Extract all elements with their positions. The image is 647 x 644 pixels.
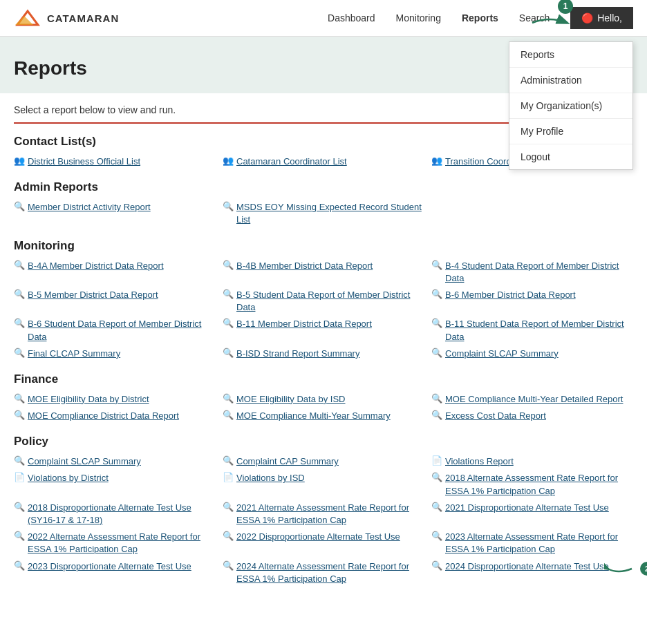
list-item: 🔍 B-4B Member District Data Report: [223, 260, 424, 285]
list-item: 🔍 B-4A Member District Data Report: [14, 260, 216, 285]
mon-link-1[interactable]: B-4B Member District Data Report: [236, 260, 373, 272]
pol-link-10[interactable]: 2022 Disproportionate Alternate Test Use: [236, 531, 400, 543]
list-item: 📄 Violations by ISD: [223, 472, 424, 497]
dropdown-administration[interactable]: Administration: [509, 68, 632, 93]
contact-link-1[interactable]: Catamaran Coordinator List: [236, 155, 347, 168]
section-admin: Admin Reports 🔍 Member District Activity…: [14, 180, 633, 226]
mon-icon-11: 🔍: [431, 348, 442, 358]
pol-icon-12: 🔍: [14, 560, 25, 571]
pol-icon-4: 📄: [223, 472, 234, 482]
mon-link-0[interactable]: B-4A Member District Data Report: [28, 260, 164, 272]
finance-grid: 🔍 MOE Eligibility Data by District 🔍 MOE…: [14, 393, 633, 422]
mon-icon-3: 🔍: [14, 289, 25, 299]
logo-text: CATAMARAN: [47, 12, 119, 24]
list-item: 🔍 B-11 Student Data Report of Member Dis…: [431, 318, 633, 343]
list-item: 🔍 B-6 Student Data Report of Member Dist…: [14, 318, 216, 343]
fin-icon-3: 🔍: [14, 410, 25, 420]
mon-link-3[interactable]: B-5 Member District Data Report: [28, 289, 158, 301]
dropdown-my-profile[interactable]: My Profile: [509, 119, 632, 144]
list-item: 🔍 2023 Alternate Assessment Rate Report …: [431, 531, 633, 556]
pol-link-13[interactable]: 2024 Alternate Assessment Rate Report fo…: [236, 560, 424, 585]
fin-link-2[interactable]: MOE Compliance Multi-Year Detailed Repor…: [445, 393, 623, 406]
pol-link-12[interactable]: 2023 Disproportionate Alternate Test Use: [28, 560, 191, 573]
mon-link-5[interactable]: B-6 Member District Data Report: [445, 289, 576, 301]
mon-link-8[interactable]: B-11 Student Data Report of Member Distr…: [445, 318, 633, 343]
mon-icon-1: 🔍: [223, 260, 234, 270]
pol-icon-7: 🔍: [223, 502, 234, 512]
arrow-2-icon: [604, 560, 639, 578]
mon-link-7[interactable]: B-11 Member District Data Report: [236, 318, 372, 330]
contact-icon-0: 👥: [14, 155, 25, 166]
dropdown-reports[interactable]: Reports: [509, 42, 632, 68]
fin-icon-4: 🔍: [223, 410, 234, 420]
pol-link-5[interactable]: 2018 Alternate Assessment Rate Report fo…: [445, 472, 633, 497]
nav-reports[interactable]: Reports: [462, 12, 498, 23]
mon-icon-4: 🔍: [223, 289, 234, 299]
fin-link-5[interactable]: Excess Cost Data Report: [445, 410, 546, 422]
dropdown-my-organization[interactable]: My Organization(s): [509, 93, 632, 119]
pol-link-3[interactable]: Violations by District: [28, 472, 109, 484]
list-item: 🔍 Final CLCAP Summary: [14, 348, 216, 360]
pol-icon-5: 🔍: [431, 472, 442, 482]
pol-icon-11: 🔍: [431, 531, 442, 541]
pol-link-11[interactable]: 2023 Alternate Assessment Rate Report fo…: [445, 531, 633, 556]
pol-link-8[interactable]: 2021 Disproportionate Alternate Test Use: [445, 502, 609, 514]
list-item: 🔍 B-5 Member District Data Report: [14, 289, 216, 314]
pol-link-4[interactable]: Violations by ISD: [236, 472, 305, 484]
mon-icon-5: 🔍: [431, 289, 442, 299]
admin-link-1[interactable]: MSDS EOY Missing Expected Record Student…: [236, 201, 424, 226]
list-item: 🔍 2018 Disproportionate Alternate Test U…: [14, 502, 216, 527]
hello-container: 1 🔴 Hello, Reports Administration My Org…: [570, 7, 633, 29]
mon-link-2[interactable]: B-4 Student Data Report of Member Distri…: [445, 260, 633, 285]
pol-icon-2: 📄: [431, 455, 442, 466]
pol-icon-0: 🔍: [14, 455, 25, 466]
list-item: 👥 District Business Official List: [14, 155, 216, 168]
mon-link-10[interactable]: B-ISD Strand Report Summary: [236, 348, 359, 360]
pol-icon-1: 🔍: [223, 455, 234, 466]
mon-link-6[interactable]: B-6 Student Data Report of Member Distri…: [28, 318, 216, 343]
pol-link-0[interactable]: Complaint SLCAP Summary: [28, 455, 141, 468]
monitoring-grid: 🔍 B-4A Member District Data Report 🔍 B-4…: [14, 260, 633, 360]
pol-link-14[interactable]: 2024 Disproportionate Alternate Test Use: [445, 560, 609, 573]
pol-link-9[interactable]: 2022 Alternate Assessment Rate Report fo…: [28, 531, 216, 556]
mon-link-11[interactable]: Complaint SLCAP Summary: [445, 348, 559, 360]
admin-link-0[interactable]: Member District Activity Report: [28, 201, 151, 214]
pol-link-7[interactable]: 2021 Alternate Assessment Rate Report fo…: [236, 502, 424, 527]
list-item: 🔍 B-6 Member District Data Report: [431, 289, 633, 314]
fin-icon-5: 🔍: [431, 410, 442, 420]
section-admin-title: Admin Reports: [14, 180, 633, 194]
list-item: 🔍 Complaint CAP Summary: [223, 455, 424, 468]
pol-icon-10: 🔍: [223, 531, 234, 541]
pol-icon-13: 🔍: [223, 560, 234, 571]
nav-dashboard[interactable]: Dashboard: [328, 12, 375, 23]
mon-icon-6: 🔍: [14, 318, 25, 328]
list-item: 👥 Catamaran Coordinator List: [223, 155, 424, 168]
contact-link-0[interactable]: District Business Official List: [28, 155, 140, 168]
pol-link-2[interactable]: Violations Report: [445, 455, 514, 468]
mon-icon-2: 🔍: [431, 260, 442, 270]
list-item: 🔍 MOE Compliance Multi-Year Detailed Rep…: [431, 393, 633, 406]
mon-link-9[interactable]: Final CLCAP Summary: [28, 348, 120, 360]
main-content: Contact List(s) 👥 District Business Offi…: [0, 124, 647, 609]
fin-link-4[interactable]: MOE Compliance Multi-Year Summary: [236, 410, 391, 422]
nav-monitoring[interactable]: Monitoring: [396, 12, 441, 23]
dropdown-logout[interactable]: Logout: [509, 144, 632, 169]
arrow2-annotation: 2: [604, 560, 647, 578]
hello-button[interactable]: 🔴 Hello,: [570, 7, 633, 29]
fin-icon-1: 🔍: [223, 393, 234, 404]
mon-icon-7: 🔍: [223, 318, 234, 328]
admin-icon-1: 🔍: [223, 201, 234, 211]
header: CATAMARAN Dashboard Monitoring Reports S…: [0, 0, 647, 37]
mon-icon-8: 🔍: [431, 318, 442, 328]
list-item: 🔍 MOE Eligibility Data by ISD: [223, 393, 424, 406]
fin-link-3[interactable]: MOE Compliance District Data Report: [28, 410, 179, 422]
fin-link-0[interactable]: MOE Eligibility Data by District: [28, 393, 149, 406]
pol-link-1[interactable]: Complaint CAP Summary: [236, 455, 339, 468]
pol-link-6[interactable]: 2018 Disproportionate Alternate Test Use…: [28, 502, 216, 527]
mon-link-4[interactable]: B-5 Student Data Report of Member Distri…: [236, 289, 424, 314]
fin-link-1[interactable]: MOE Eligibility Data by ISD: [236, 393, 346, 406]
pol-icon-14: 🔍: [431, 560, 442, 571]
catamaran-logo-icon: [14, 8, 41, 28]
list-item: 🔍 Complaint SLCAP Summary: [431, 348, 633, 360]
list-item: 🔍 B-11 Member District Data Report: [223, 318, 424, 343]
